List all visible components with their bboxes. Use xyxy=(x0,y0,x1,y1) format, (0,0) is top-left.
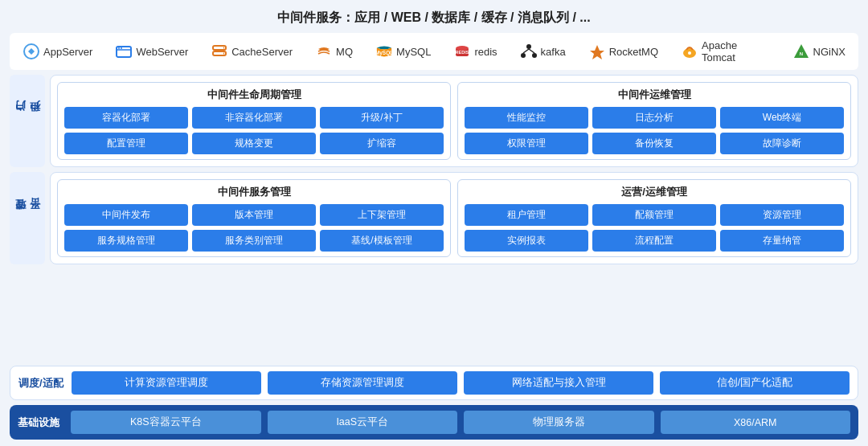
infra-row: 基础设施 K8S容器云平台 IaaS云平台 物理服务器 X86/ARM xyxy=(10,405,858,440)
rocketmq-icon xyxy=(588,43,606,60)
kafka-label: kafka xyxy=(541,46,566,58)
operation-row2: 实例报表 流程配置 存量纳管 xyxy=(465,230,844,252)
webserver-icon xyxy=(115,43,133,60)
btn-storage-schedule[interactable]: 存储资源管理调度 xyxy=(268,371,457,395)
btn-mw-publish[interactable]: 中间件发布 xyxy=(64,204,188,226)
mysql-label: MySQL xyxy=(396,46,431,58)
btn-quota-manage[interactable]: 配额管理 xyxy=(592,204,716,226)
btn-baseline-manage[interactable]: 基线/模板管理 xyxy=(320,230,444,252)
svg-point-14 xyxy=(532,53,537,58)
btn-iaas[interactable]: IaaS云平台 xyxy=(268,411,458,434)
tomcat-icon xyxy=(681,43,698,60)
infra-label: 基础设施 xyxy=(18,415,66,430)
tech-item-kafka: kafka xyxy=(520,43,566,60)
btn-scale[interactable]: 扩缩容 xyxy=(320,133,444,154)
tech-item-appserver: AppServer xyxy=(23,43,92,60)
btn-physical-server[interactable]: 物理服务器 xyxy=(464,411,654,434)
btn-tenant-manage[interactable]: 租户管理 xyxy=(465,204,588,226)
schedule-buttons: 计算资源管理调度 存储资源管理调度 网络适配与接入管理 信创/国产化适配 xyxy=(72,371,850,395)
btn-noncontainer-deploy[interactable]: 非容器化部署 xyxy=(192,107,316,129)
svg-text:N: N xyxy=(799,51,802,56)
rocketmq-label: RocketMQ xyxy=(609,46,658,58)
redis-label: redis xyxy=(474,46,497,58)
btn-perf-monitor[interactable]: 性能监控 xyxy=(465,107,588,129)
tech-item-mysql: MySQL MySQL xyxy=(375,43,431,60)
tech-stack-bar: AppServer WebServer CacheServer MQ MyS xyxy=(10,33,858,70)
svg-point-3 xyxy=(121,47,122,49)
ops-title: 中间件运维管理 xyxy=(465,88,844,102)
btn-version-manage[interactable]: 版本管理 xyxy=(192,204,316,226)
btn-compute-schedule[interactable]: 计算资源管理调度 xyxy=(72,371,261,395)
btn-stock-manage[interactable]: 存量纳管 xyxy=(720,230,844,252)
btn-backup-restore[interactable]: 备份恢复 xyxy=(592,133,716,154)
kafka-icon xyxy=(520,43,538,60)
tenant-label: 租户门户 xyxy=(10,75,45,167)
btn-network-adapt[interactable]: 网络适配与接入管理 xyxy=(464,371,653,395)
platform-section-row: 平台管理 中间件服务管理 中间件发布 版本管理 上下架管理 服务规格管理 服务类… xyxy=(10,172,858,264)
lifecycle-title: 中间件生命周期管理 xyxy=(64,88,444,102)
svg-point-13 xyxy=(521,53,526,58)
lifecycle-row1: 容器化部署 非容器化部署 升级/补丁 xyxy=(64,107,444,129)
svg-text:REDIS: REDIS xyxy=(456,50,469,55)
btn-config-manage[interactable]: 配置管理 xyxy=(64,133,188,154)
tech-item-redis: REDIS redis xyxy=(453,43,497,60)
infra-buttons: K8S容器云平台 IaaS云平台 物理服务器 X86/ARM xyxy=(71,411,850,434)
service-title: 中间件服务管理 xyxy=(64,185,444,199)
btn-instance-report[interactable]: 实例报表 xyxy=(465,230,588,252)
operation-title: 运营/运维管理 xyxy=(465,185,844,199)
tenant-content: 中间件生命周期管理 容器化部署 非容器化部署 升级/补丁 配置管理 规格变更 扩… xyxy=(50,75,858,167)
operation-panel: 运营/运维管理 租户管理 配额管理 资源管理 实例报表 流程配置 存量纳管 xyxy=(457,179,851,257)
operation-row1: 租户管理 配额管理 资源管理 xyxy=(465,204,844,226)
svg-point-2 xyxy=(118,47,120,49)
svg-text:MySQL: MySQL xyxy=(375,50,393,56)
schedule-row: 调度/适配 计算资源管理调度 存储资源管理调度 网络适配与接入管理 信创/国产化… xyxy=(10,366,858,400)
tech-item-cacheserver: CacheServer xyxy=(211,43,293,60)
tech-item-nginx: N NGiNX xyxy=(792,43,845,60)
tech-item-mq: MQ xyxy=(315,43,353,60)
cacheserver-icon xyxy=(211,43,228,60)
lifecycle-panel: 中间件生命周期管理 容器化部署 非容器化部署 升级/补丁 配置管理 规格变更 扩… xyxy=(57,82,451,160)
svg-point-12 xyxy=(526,44,531,49)
svg-line-15 xyxy=(523,49,529,53)
lifecycle-buttons: 容器化部署 非容器化部署 升级/补丁 配置管理 规格变更 扩缩容 xyxy=(64,107,444,154)
svg-point-18 xyxy=(688,51,691,55)
tech-item-rocketmq: RocketMQ xyxy=(588,43,658,60)
btn-flow-config[interactable]: 流程配置 xyxy=(592,230,716,252)
middle-sections: 租户门户 中间件生命周期管理 容器化部署 非容器化部署 升级/补丁 配置管理 规… xyxy=(10,75,858,361)
btn-x86-arm[interactable]: X86/ARM xyxy=(661,411,851,434)
btn-svc-spec-manage[interactable]: 服务规格管理 xyxy=(64,230,188,252)
nginx-icon: N xyxy=(792,43,810,60)
nginx-label: NGiNX xyxy=(813,46,845,58)
page-title: 中间件服务：应用 / WEB / 数据库 / 缓存 / 消息队列 / ... xyxy=(10,6,858,28)
btn-upgrade-patch[interactable]: 升级/补丁 xyxy=(320,107,444,129)
main-container: 中间件服务：应用 / WEB / 数据库 / 缓存 / 消息队列 / ... A… xyxy=(0,0,868,446)
btn-spec-change[interactable]: 规格变更 xyxy=(192,133,316,154)
tenant-section-row: 租户门户 中间件生命周期管理 容器化部署 非容器化部署 升级/补丁 配置管理 规… xyxy=(10,75,858,167)
btn-log-analysis[interactable]: 日志分析 xyxy=(592,107,716,129)
operation-buttons: 租户管理 配额管理 资源管理 实例报表 流程配置 存量纳管 xyxy=(465,204,844,252)
platform-content: 中间件服务管理 中间件发布 版本管理 上下架管理 服务规格管理 服务类别管理 基… xyxy=(50,172,858,264)
btn-fault-diag[interactable]: 故障诊断 xyxy=(720,133,844,154)
webserver-label: WebServer xyxy=(136,46,188,58)
svg-line-16 xyxy=(529,49,534,53)
lifecycle-row2: 配置管理 规格变更 扩缩容 xyxy=(64,133,444,154)
btn-svc-type-manage[interactable]: 服务类别管理 xyxy=(192,230,316,252)
btn-web-terminal[interactable]: Web终端 xyxy=(720,107,844,129)
btn-onoff-manage[interactable]: 上下架管理 xyxy=(320,204,444,226)
ops-row2: 权限管理 备份恢复 故障诊断 xyxy=(465,133,844,154)
service-panel: 中间件服务管理 中间件发布 版本管理 上下架管理 服务规格管理 服务类别管理 基… xyxy=(57,179,451,257)
btn-container-deploy[interactable]: 容器化部署 xyxy=(64,107,188,129)
appserver-label: AppServer xyxy=(43,46,92,58)
cacheserver-label: CacheServer xyxy=(231,46,293,58)
service-buttons: 中间件发布 版本管理 上下架管理 服务规格管理 服务类别管理 基线/模板管理 xyxy=(64,204,444,252)
btn-xinchuang-adapt[interactable]: 信创/国产化适配 xyxy=(660,371,850,395)
mq-icon xyxy=(315,43,333,60)
schedule-label: 调度/适配 xyxy=(18,376,67,391)
ops-buttons: 性能监控 日志分析 Web终端 权限管理 备份恢复 故障诊断 xyxy=(465,107,844,154)
mq-label: MQ xyxy=(336,46,353,58)
btn-resource-manage[interactable]: 资源管理 xyxy=(720,204,844,226)
tech-item-webserver: WebServer xyxy=(115,43,188,60)
btn-perm-manage[interactable]: 权限管理 xyxy=(465,133,588,154)
btn-k8s[interactable]: K8S容器云平台 xyxy=(71,411,261,434)
mysql-icon: MySQL xyxy=(375,43,393,60)
